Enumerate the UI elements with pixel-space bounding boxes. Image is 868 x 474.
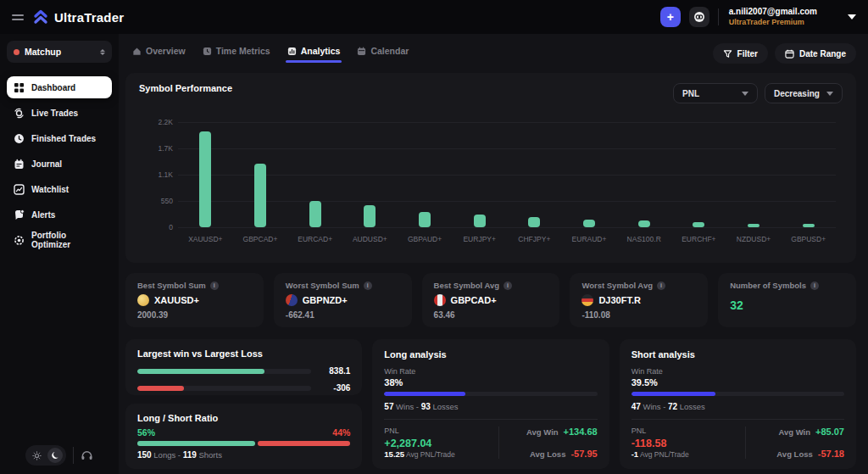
sidebar-item-watchlist[interactable]: Watchlist <box>7 178 112 200</box>
topbar: UltraTrader + a.nili2007@gmail.com Ultra… <box>0 0 868 34</box>
info-icon[interactable] <box>364 282 372 290</box>
sidebar-item-dashboard[interactable]: Dashboard <box>7 76 112 98</box>
y-axis-tick: 1.1K <box>142 170 173 179</box>
avg-pnl-per-trade: 15.25 Avg PNL/Trade <box>384 449 495 459</box>
info-icon[interactable] <box>810 282 819 290</box>
user-menu-caret-icon[interactable] <box>848 14 856 20</box>
watchlist-icon <box>14 184 25 195</box>
light-mode-sun-icon[interactable] <box>29 448 44 463</box>
bar <box>693 222 704 227</box>
stat-value: -662.41 <box>286 310 400 320</box>
tab-analytics[interactable]: Analytics <box>287 46 341 61</box>
x-axis-label: NZDUSD+ <box>737 235 771 243</box>
gridline <box>178 227 836 228</box>
broker-link-button[interactable] <box>689 7 709 27</box>
short-analysis-title: Short analysis <box>632 349 844 360</box>
info-icon[interactable] <box>504 282 512 290</box>
bar <box>474 215 486 227</box>
tab-time-metrics[interactable]: Time Metrics <box>203 46 270 61</box>
long-segment <box>137 441 255 446</box>
loss-bar-track <box>137 386 311 391</box>
largest-win-loss-card: Largest win vs Largest Loss 838.1 -306 <box>125 339 362 395</box>
bar <box>199 131 211 227</box>
x-axis-label: AUDUSD+ <box>353 235 387 243</box>
bar-column: GBPCAD+ <box>233 122 288 227</box>
order-select[interactable]: Decreasing <box>765 83 843 103</box>
avg-win-value: +134.68 <box>564 427 598 437</box>
germany-flag-icon <box>581 294 593 306</box>
win-bar-track <box>137 369 311 374</box>
win-rate-track <box>632 392 844 396</box>
date-range-button[interactable]: Date Range <box>775 43 856 64</box>
add-button[interactable]: + <box>660 7 681 27</box>
stat-title: Number of Symbols <box>730 281 806 290</box>
win-rate-label: Win Rate <box>384 367 597 376</box>
avg-loss-value: -57.18 <box>818 449 844 459</box>
hamburger-menu-icon[interactable] <box>12 14 24 20</box>
metric-select-value: PNL <box>682 89 699 98</box>
win-loss-title: Largest win vs Largest Loss <box>137 349 350 359</box>
stat-value: 32 <box>730 298 844 312</box>
ratio-bar <box>137 441 350 446</box>
tab-overview[interactable]: Overview <box>132 46 186 61</box>
metric-select[interactable]: PNL <box>673 83 758 103</box>
symbol-performance-card: Symbol Performance PNL Decreasing <box>125 73 856 263</box>
win-rate-fill <box>632 392 715 396</box>
bar <box>419 212 431 227</box>
sidebar-item-finished-trades[interactable]: Finished Trades <box>7 127 112 149</box>
user-email: a.nili2007@gmail.com <box>729 7 817 18</box>
x-axis-label: EURJPY+ <box>463 235 496 243</box>
link-icon <box>693 11 705 23</box>
long-short-ratio-card: Long / Short Ratio 56% 44% 150 Longs - 1… <box>125 404 362 469</box>
largest-loss-value: -306 <box>320 383 350 393</box>
sidebar-item-alerts[interactable]: Alerts <box>7 204 112 226</box>
bar-column: GBPUSD+ <box>781 122 836 227</box>
info-icon[interactable] <box>657 282 665 290</box>
dark-mode-moon-icon[interactable] <box>47 448 63 463</box>
gbpnzd-flag-icon <box>286 294 298 306</box>
x-axis-label: GBPUSD+ <box>791 235 826 243</box>
stat-value: -110.08 <box>581 310 696 320</box>
stat-title: Best Symbol Avg <box>434 281 499 290</box>
x-axis-label: EURAUD+ <box>572 235 607 243</box>
theme-toggle[interactable] <box>25 445 66 466</box>
user-info[interactable]: a.nili2007@gmail.com UltraTrader Premium <box>729 7 817 27</box>
stat-symbol: DJ30FT.R <box>598 295 641 305</box>
analytics-icon <box>287 47 297 56</box>
bar-column: NZDUSD+ <box>726 122 782 227</box>
pnl-label: PNL <box>384 427 495 435</box>
sidebar-item-live-trades[interactable]: Live Trades <box>7 102 112 124</box>
divider <box>745 427 746 459</box>
short-percent: 44% <box>332 427 350 438</box>
sidebar-item-portfolio-optimizer[interactable]: Portfolio Optimizer <box>7 229 112 251</box>
tabs-row: Overview Time Metrics Analytics Calendar <box>125 41 856 66</box>
calendar-icon <box>357 47 366 56</box>
workspace-selector[interactable]: Matchup <box>7 41 112 63</box>
optimizer-gear-icon <box>14 235 25 246</box>
avg-win-value: +85.07 <box>815 427 844 437</box>
short-segment <box>258 441 350 446</box>
brand-name: UltraTrader <box>54 10 124 25</box>
avg-win-label: Avg Win <box>778 427 810 437</box>
long-record: 57 Wins - 93 Losses <box>384 402 597 411</box>
filter-button[interactable]: Filter <box>713 43 768 64</box>
divider <box>718 8 719 25</box>
x-axis-label: GBPCAD+ <box>243 235 278 243</box>
worst-symbol-sum-card: Worst Symbol Sum GBPNZD+ -662.41 <box>274 273 412 327</box>
support-headphones-icon[interactable] <box>81 449 93 461</box>
bar <box>803 224 815 227</box>
x-axis-label: XAUUSD+ <box>188 235 222 243</box>
avg-loss-value: -57.95 <box>570 449 597 459</box>
workspace-dot-icon <box>14 49 19 55</box>
y-axis-tick: 2.2K <box>142 118 173 126</box>
win-rate-value: 39.5% <box>632 377 844 388</box>
sidebar-item-label: Finished Trades <box>31 134 96 143</box>
info-icon[interactable] <box>210 282 219 290</box>
sidebar-item-journal[interactable]: Journal <box>7 153 112 175</box>
avg-loss-label: Avg Loss <box>530 449 565 459</box>
bar-column: EURCHF+ <box>671 122 726 227</box>
win-rate-label: Win Rate <box>632 367 844 376</box>
tab-calendar[interactable]: Calendar <box>357 46 409 61</box>
stat-title: Worst Symbol Sum <box>286 281 359 290</box>
bar <box>364 205 376 227</box>
